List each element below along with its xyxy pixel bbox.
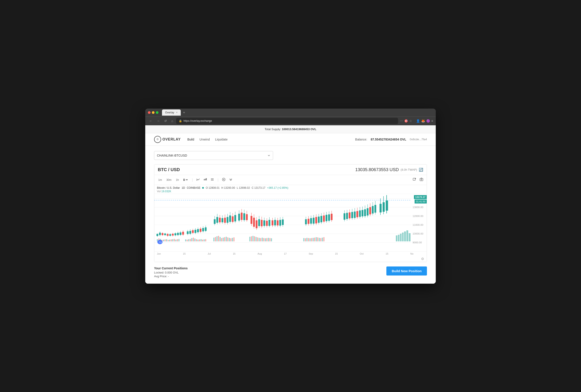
forward-button[interactable]: → bbox=[156, 118, 161, 123]
svg-rect-211 bbox=[264, 220, 265, 226]
svg-rect-84 bbox=[312, 238, 314, 241]
svg-rect-259 bbox=[326, 215, 327, 221]
svg-rect-268 bbox=[344, 213, 345, 220]
svg-rect-62 bbox=[234, 237, 234, 241]
pocket-icon[interactable]: 🎯 bbox=[404, 119, 408, 123]
ohlcv-bar: Bitcoin / U.S. Dollar 1D COINBASE O 1280… bbox=[154, 185, 427, 194]
svg-rect-70 bbox=[260, 238, 261, 241]
svg-rect-175 bbox=[229, 216, 231, 222]
svg-rect-25 bbox=[165, 239, 166, 241]
svg-rect-26 bbox=[166, 239, 167, 241]
tab-close-icon[interactable]: ✕ bbox=[176, 111, 178, 114]
screenshot-icon[interactable] bbox=[419, 177, 424, 183]
wallet-address[interactable]: 0x8cde...7fa4 bbox=[410, 138, 427, 141]
svg-rect-80 bbox=[306, 238, 308, 241]
chevron-down-icon: ▼ bbox=[186, 179, 188, 181]
profile-icon[interactable]: 👤 bbox=[416, 119, 420, 123]
svg-rect-124 bbox=[177, 233, 179, 235]
refresh-icon[interactable]: 🔄 bbox=[419, 168, 423, 172]
bookmark-icon[interactable]: ☆ bbox=[409, 119, 412, 123]
svg-rect-184 bbox=[238, 214, 240, 220]
build-new-position-button[interactable]: Build New Position bbox=[386, 267, 427, 276]
svg-rect-145 bbox=[197, 229, 199, 232]
maximize-button[interactable] bbox=[156, 111, 158, 114]
market-selector[interactable]: CHAINLINK-BTCUSD bbox=[154, 151, 273, 160]
extension-icon[interactable]: 🟣 bbox=[426, 119, 430, 123]
svg-rect-83 bbox=[311, 238, 312, 241]
timeframe-30m[interactable]: 30m bbox=[165, 178, 173, 182]
minimize-button[interactable] bbox=[152, 111, 154, 114]
x-axis-jun: Jun bbox=[157, 252, 161, 255]
avg-price-label: Avg Price: bbox=[154, 275, 168, 278]
chart-footer: ⚙ bbox=[154, 256, 427, 262]
timeframe-D[interactable]: D ▼ bbox=[182, 178, 189, 182]
svg-rect-247 bbox=[316, 217, 317, 223]
svg-text:12000.00: 12000.00 bbox=[412, 215, 424, 217]
svg-rect-89 bbox=[320, 238, 321, 241]
x-axis-aug: Aug bbox=[258, 252, 262, 255]
svg-rect-30 bbox=[172, 239, 174, 241]
nav-unwind[interactable]: Unwind bbox=[200, 138, 210, 141]
svg-rect-229 bbox=[280, 220, 281, 226]
chart-area[interactable]: 9000.00 10000.00 11000.00 12000.00 13000… bbox=[154, 194, 427, 251]
current-price-box: 13173.17 bbox=[414, 195, 427, 199]
svg-rect-37 bbox=[188, 239, 189, 241]
svg-rect-51 bbox=[216, 236, 218, 241]
nav-build[interactable]: Build bbox=[187, 138, 194, 141]
svg-rect-142 bbox=[194, 230, 196, 233]
timeframe-1h[interactable]: 1h bbox=[174, 178, 180, 182]
timeframe-1m[interactable]: 1m bbox=[157, 178, 163, 182]
bar-type-icon[interactable] bbox=[202, 177, 208, 183]
chart-settings-icon[interactable]: ⚙ bbox=[421, 257, 424, 261]
refresh-button[interactable]: ↺ bbox=[163, 118, 168, 123]
extensions-icon[interactable]: ⋯ bbox=[400, 119, 403, 123]
svg-rect-187 bbox=[241, 213, 242, 220]
svg-rect-193 bbox=[246, 214, 248, 220]
active-tab[interactable]: Overlay ✕ bbox=[162, 109, 181, 116]
svg-rect-121 bbox=[174, 233, 176, 235]
function-icon[interactable] bbox=[228, 177, 234, 183]
close-button[interactable] bbox=[148, 111, 150, 114]
svg-rect-48 bbox=[205, 239, 206, 241]
svg-rect-71 bbox=[262, 238, 263, 241]
svg-rect-24 bbox=[163, 240, 164, 241]
svg-rect-39 bbox=[191, 238, 192, 241]
volume-label: Vol bbox=[157, 190, 161, 193]
svg-rect-79 bbox=[305, 238, 306, 241]
toolbar-separator-2: | bbox=[218, 178, 218, 182]
svg-rect-310 bbox=[383, 202, 384, 212]
svg-rect-232 bbox=[282, 220, 284, 225]
svg-rect-58 bbox=[227, 237, 228, 241]
address-bar[interactable]: 🔒 https://overlay.exchange bbox=[176, 118, 398, 124]
settings-dropdown-icon[interactable] bbox=[210, 177, 215, 183]
popout-icon[interactable] bbox=[412, 177, 417, 183]
svg-rect-136 bbox=[190, 231, 191, 234]
svg-rect-265 bbox=[331, 214, 332, 220]
svg-rect-32 bbox=[176, 240, 176, 241]
svg-rect-73 bbox=[265, 238, 266, 241]
menu-icon[interactable]: ≡ bbox=[431, 119, 433, 123]
new-tab-button[interactable]: + bbox=[182, 110, 186, 114]
svg-rect-238 bbox=[308, 219, 309, 224]
svg-point-7 bbox=[421, 179, 422, 180]
svg-text:10000.00: 10000.00 bbox=[412, 232, 424, 235]
svg-rect-223 bbox=[274, 220, 276, 225]
svg-rect-47 bbox=[204, 239, 205, 241]
browser-titlebar: Overlay ✕ + bbox=[145, 109, 436, 116]
svg-rect-35 bbox=[185, 239, 186, 241]
x-axis-15-sep: 15 bbox=[335, 252, 338, 255]
nav-liquidate[interactable]: Liquidate bbox=[215, 138, 228, 141]
add-indicator-button[interactable] bbox=[221, 177, 226, 183]
metamask-icon[interactable]: 🦊 bbox=[421, 119, 425, 123]
svg-rect-67 bbox=[256, 237, 256, 241]
indicator-icon[interactable] bbox=[196, 177, 201, 183]
svg-rect-274 bbox=[349, 213, 350, 218]
home-button[interactable]: ⌂ bbox=[170, 118, 174, 123]
pair-label: Bitcoin / U.S. Dollar bbox=[157, 186, 180, 189]
svg-rect-97 bbox=[406, 230, 408, 241]
ohlcv-low: L 12698.02 bbox=[237, 186, 250, 189]
back-button[interactable]: ← bbox=[148, 118, 154, 123]
svg-rect-5 bbox=[413, 178, 415, 180]
svg-rect-49 bbox=[213, 238, 214, 241]
svg-rect-90 bbox=[322, 238, 323, 241]
